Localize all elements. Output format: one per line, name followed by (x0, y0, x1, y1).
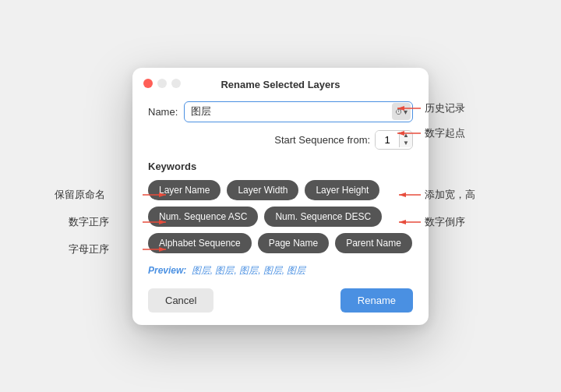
minimize-button[interactable] (157, 79, 167, 88)
preview-label: Preview: (148, 265, 186, 276)
name-input-wrap: ⏱ ▾ (184, 101, 413, 122)
keyword-layer-height[interactable]: Layer Height (305, 180, 379, 200)
keyword-alphabet[interactable]: Alphabet Sequence (148, 233, 252, 253)
keywords-section: Keywords Layer Name Layer Width Layer He… (148, 161, 413, 253)
keywords-row-3: Alphabet Sequence Page Name Parent Name (148, 233, 413, 253)
svg-text:字母正序: 字母正序 (69, 243, 109, 255)
dialog-body: Name: ⏱ ▾ Start Sequence from: ▲ ▼ Keywo… (132, 98, 429, 325)
keywords-title: Keywords (148, 161, 413, 172)
keyword-layer-name[interactable]: Layer Name (148, 180, 221, 200)
svg-text:数字起点: 数字起点 (425, 127, 465, 139)
keyword-page-name[interactable]: Page Name (258, 233, 329, 253)
keywords-row-2: Num. Sequence ASC Num. Sequence DESC (148, 207, 413, 227)
keywords-grid: Layer Name Layer Width Layer Height Num.… (148, 180, 413, 253)
preview-row: Preview: 图层, 图层, 图层, 图层, 图层 (148, 263, 413, 277)
buttons-row: Cancel Rename (148, 288, 413, 313)
sequence-label: Start Sequence from: (274, 134, 370, 146)
keyword-num-desc[interactable]: Num. Sequence DESC (264, 207, 382, 227)
keyword-layer-width[interactable]: Layer Width (227, 180, 298, 200)
svg-text:数字正序: 数字正序 (69, 216, 109, 228)
clock-icon: ⏱ (395, 108, 403, 116)
maximize-button[interactable] (171, 79, 181, 88)
sequence-input[interactable] (376, 131, 399, 149)
svg-text:保留原命名: 保留原命名 (55, 189, 105, 200)
chevron-down-icon: ▾ (404, 108, 408, 116)
sequence-input-wrap: ▲ ▼ (375, 130, 413, 150)
dialog-title: Rename Selected Layers (221, 79, 340, 90)
traffic-lights (143, 79, 181, 88)
svg-text:添加宽，高: 添加宽，高 (425, 189, 475, 200)
keywords-row-1: Layer Name Layer Width Layer Height (148, 180, 413, 200)
sequence-row: Start Sequence from: ▲ ▼ (148, 130, 413, 150)
sequence-stepper: ▲ ▼ (399, 132, 412, 147)
svg-text:数字倒序: 数字倒序 (425, 216, 465, 228)
name-input[interactable] (184, 101, 413, 122)
name-label: Name: (148, 106, 178, 118)
increment-button[interactable]: ▲ (400, 132, 412, 139)
keyword-num-asc[interactable]: Num. Sequence ASC (148, 207, 258, 227)
keyword-parent-name[interactable]: Parent Name (335, 233, 412, 253)
rename-dialog: Rename Selected Layers Name: ⏱ ▾ Start S… (132, 68, 429, 325)
name-field-row: Name: ⏱ ▾ (148, 101, 413, 122)
rename-button[interactable]: Rename (340, 288, 413, 313)
cancel-button[interactable]: Cancel (148, 288, 213, 313)
decrement-button[interactable]: ▼ (400, 139, 412, 147)
history-button[interactable]: ⏱ ▾ (392, 103, 411, 120)
svg-text:历史记录: 历史记录 (425, 102, 465, 114)
close-button[interactable] (143, 79, 153, 88)
title-bar: Rename Selected Layers (132, 68, 429, 98)
preview-text: 图层, 图层, 图层, 图层, 图层 (192, 265, 306, 276)
